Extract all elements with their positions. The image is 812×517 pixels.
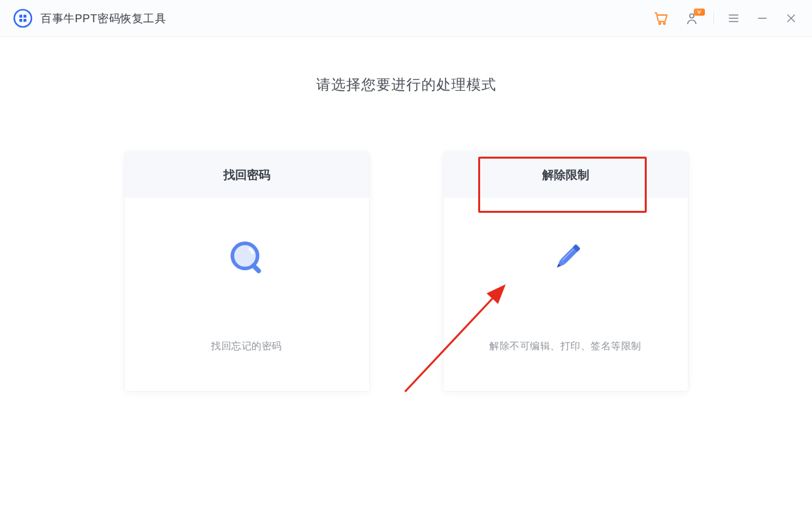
app-logo-icon (13, 8, 33, 28)
svg-point-5 (659, 23, 661, 25)
account-icon[interactable]: V (681, 9, 703, 27)
magnifier-icon (226, 237, 268, 279)
menu-icon[interactable] (724, 9, 743, 27)
mode-card-title: 解除限制 (444, 152, 688, 198)
mode-card-desc: 解除不可编辑、打印、签名等限制 (489, 340, 641, 352)
pencil-icon (545, 237, 587, 279)
minimize-icon[interactable] (753, 9, 771, 27)
mode-card-desc: 找回忘记的密码 (211, 340, 282, 352)
mode-card-recover[interactable]: 找回密码 找回忘记的密码 (125, 152, 369, 391)
main-area: 请选择您要进行的处理模式 找回密码 找回忘记的密码 解除限制 (0, 37, 812, 391)
vip-badge: V (694, 8, 705, 16)
mode-card-title: 找回密码 (125, 152, 369, 198)
brand: 百事牛PPT密码恢复工具 (13, 8, 166, 28)
svg-point-6 (664, 23, 666, 25)
header-actions: V (652, 9, 800, 27)
close-icon[interactable] (782, 9, 800, 27)
app-title: 百事牛PPT密码恢复工具 (41, 11, 166, 26)
mode-card-body: 找回忘记的密码 (125, 198, 369, 391)
mode-cards: 找回密码 找回忘记的密码 解除限制 (0, 152, 812, 391)
cart-icon[interactable] (652, 9, 670, 27)
separator (713, 12, 714, 25)
svg-point-7 (690, 14, 694, 18)
mode-card-body: 解除不可编辑、打印、签名等限制 (444, 198, 688, 391)
svg-rect-4 (18, 18, 27, 19)
mode-card-unlock[interactable]: 解除限制 解除不可编辑、打印、签名等限制 (444, 152, 688, 391)
app-header: 百事牛PPT密码恢复工具 V (0, 0, 812, 37)
page-heading: 请选择您要进行的处理模式 (0, 75, 812, 95)
